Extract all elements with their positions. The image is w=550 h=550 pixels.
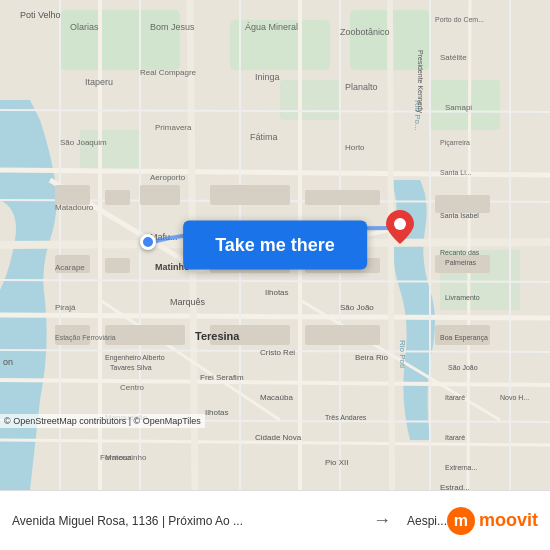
svg-text:Marquês: Marquês — [170, 297, 206, 307]
svg-text:Recanto das: Recanto das — [440, 249, 480, 256]
svg-rect-34 — [105, 190, 130, 205]
svg-rect-1 — [60, 10, 180, 70]
svg-text:Ilhotas: Ilhotas — [205, 408, 229, 417]
svg-text:Pirajá: Pirajá — [55, 303, 76, 312]
arrow-right-icon: → — [373, 510, 391, 531]
bottom-bar: Avenida Miguel Rosa, 1136 | Próximo Ao .… — [0, 490, 550, 550]
svg-text:Piçarreira: Piçarreira — [440, 139, 470, 147]
svg-text:Itararé: Itararé — [445, 394, 465, 401]
svg-rect-47 — [305, 325, 380, 345]
svg-text:Planalto: Planalto — [345, 82, 378, 92]
svg-point-109 — [394, 218, 406, 230]
svg-text:Ininga: Ininga — [255, 72, 280, 82]
svg-text:Extrerna...: Extrerna... — [445, 464, 477, 471]
moovit-brand-name: moovit — [479, 510, 538, 531]
svg-line-16 — [390, 0, 392, 490]
svg-text:Novo H...: Novo H... — [500, 394, 529, 401]
svg-rect-37 — [305, 190, 380, 205]
svg-text:Teresina: Teresina — [195, 330, 240, 342]
svg-text:Três Andares: Três Andares — [325, 414, 367, 421]
svg-text:Santa Li...: Santa Li... — [440, 169, 472, 176]
svg-rect-35 — [140, 185, 180, 205]
svg-text:Livramento: Livramento — [445, 294, 480, 301]
destination-pin — [386, 210, 414, 244]
svg-text:Itararé: Itararé — [445, 434, 465, 441]
svg-text:Ilhotas: Ilhotas — [265, 288, 289, 297]
svg-text:Mateuzinho: Mateuzinho — [105, 453, 147, 462]
svg-text:Estação Ferroviária: Estação Ferroviária — [55, 334, 116, 342]
moovit-icon-char: m — [454, 512, 468, 530]
svg-text:Samapi: Samapi — [445, 103, 472, 112]
route-destination-text: Aespi... — [407, 514, 447, 528]
svg-rect-45 — [105, 325, 185, 345]
svg-text:Aeroporto: Aeroporto — [150, 173, 186, 182]
svg-text:Macaúba: Macaúba — [260, 393, 293, 402]
svg-text:Acarape: Acarape — [55, 263, 85, 272]
svg-text:Engenheiro Alberto: Engenheiro Alberto — [105, 354, 165, 362]
svg-text:Pio XII: Pio XII — [325, 458, 349, 467]
svg-text:Satélite: Satélite — [440, 53, 467, 62]
svg-text:São Joaquim: São Joaquim — [60, 138, 107, 147]
map-container: Olarias Itaperu São Joaquim Matadouro Ac… — [0, 0, 550, 490]
svg-text:Tavares Silva: Tavares Silva — [110, 364, 152, 371]
svg-text:Boa Esperança: Boa Esperança — [440, 334, 488, 342]
svg-text:Primavera: Primavera — [155, 123, 192, 132]
svg-text:Horto: Horto — [345, 143, 365, 152]
take-me-there-button[interactable]: Take me there — [183, 221, 367, 270]
svg-text:Beira Rio: Beira Rio — [355, 353, 388, 362]
svg-text:Cidade Nova: Cidade Nova — [255, 433, 302, 442]
svg-text:Palmeiras: Palmeiras — [445, 259, 477, 266]
svg-line-17 — [468, 0, 470, 490]
svg-rect-38 — [435, 195, 490, 213]
svg-text:Fátima: Fátima — [250, 132, 278, 142]
moovit-icon: m — [447, 507, 475, 535]
map-attribution: © OpenStreetMap contributors | © OpenMap… — [0, 414, 205, 428]
svg-text:Centro: Centro — [120, 383, 145, 392]
svg-text:Frei Serafim: Frei Serafim — [200, 373, 244, 382]
route-info: Avenida Miguel Rosa, 1136 | Próximo Ao .… — [12, 510, 447, 531]
svg-text:Matadouro: Matadouro — [55, 203, 94, 212]
svg-text:São João: São João — [340, 303, 374, 312]
origin-location-dot — [140, 234, 156, 250]
svg-text:Bom Jesus: Bom Jesus — [150, 22, 195, 32]
svg-text:São João: São João — [448, 364, 478, 371]
svg-rect-33 — [55, 185, 90, 205]
svg-rect-40 — [105, 258, 130, 273]
svg-text:Santa Isabel: Santa Isabel — [440, 212, 479, 219]
svg-text:on: on — [3, 357, 13, 367]
svg-text:Presidente Kennedy: Presidente Kennedy — [416, 50, 424, 114]
svg-text:Rio Poti: Rio Poti — [398, 340, 407, 368]
svg-text:Água Mineral: Água Mineral — [245, 22, 298, 32]
route-origin-text: Avenida Miguel Rosa, 1136 | Próximo Ao .… — [12, 514, 357, 528]
svg-text:Olarias: Olarias — [70, 22, 99, 32]
svg-rect-36 — [210, 185, 290, 205]
svg-text:Itaperu: Itaperu — [85, 77, 113, 87]
svg-text:Zoobotânico: Zoobotânico — [340, 27, 390, 37]
svg-rect-4 — [80, 130, 140, 170]
svg-text:Cristo Rei: Cristo Rei — [260, 348, 295, 357]
moovit-logo: m moovit — [447, 507, 538, 535]
svg-text:Poti Velho: Poti Velho — [20, 10, 61, 20]
svg-text:Estrad...: Estrad... — [440, 483, 470, 490]
svg-text:Real Compagre: Real Compagre — [140, 68, 197, 77]
svg-text:Porto do Cem...: Porto do Cem... — [435, 16, 484, 23]
svg-rect-5 — [280, 80, 340, 120]
